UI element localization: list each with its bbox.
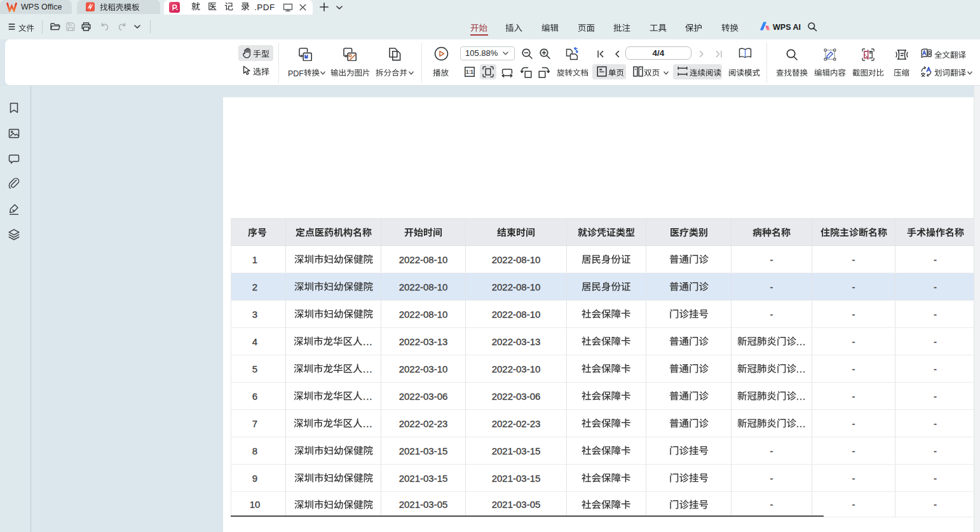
svg-text:1:1: 1:1 <box>466 69 473 75</box>
